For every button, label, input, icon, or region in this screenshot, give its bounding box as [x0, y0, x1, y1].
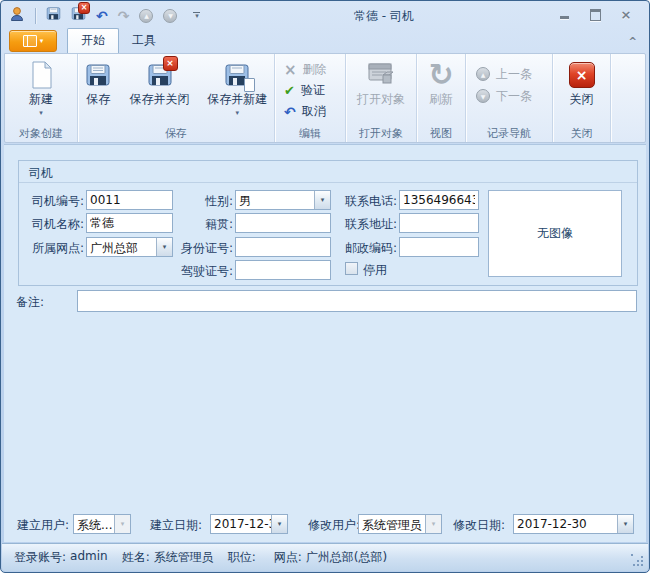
- refresh-button: ↻ 刷新: [428, 57, 453, 108]
- chevron-down-icon[interactable]: ▾: [617, 515, 633, 533]
- branch-status-label: 网点:: [274, 549, 302, 566]
- close-window-button[interactable]: ×: [619, 8, 633, 21]
- position-label: 职位:: [228, 549, 256, 566]
- login-account-value: admin: [70, 549, 108, 566]
- driver-name-input[interactable]: [86, 213, 173, 233]
- chevron-down-icon: ▾: [114, 515, 130, 533]
- created-by-combo[interactable]: 系统... ▾: [73, 514, 131, 534]
- postcode-input[interactable]: [399, 237, 479, 257]
- down-circle-icon: ▼: [476, 89, 490, 103]
- address-label: 联系地址:: [329, 216, 397, 233]
- new-page-icon: [30, 59, 53, 90]
- group-caption-save: 保存: [78, 126, 274, 142]
- undo-icon: ↶: [284, 104, 296, 120]
- chevron-down-icon: ▾: [39, 109, 43, 117]
- record-down-icon: ▼: [163, 9, 177, 23]
- driver-name-label: 司机名称:: [18, 216, 84, 233]
- postcode-label: 邮政编码:: [329, 240, 397, 257]
- group-caption-edit: 编辑: [275, 126, 345, 142]
- floppy-icon: [85, 59, 111, 90]
- record-up-icon: ▲: [139, 9, 153, 23]
- created-by-label: 建立用户:: [17, 517, 69, 534]
- save-icon[interactable]: [46, 6, 61, 25]
- up-circle-icon: ▲: [476, 67, 490, 81]
- close-form-button[interactable]: × 关闭: [569, 57, 595, 108]
- group-caption-object-create: 对象创建: [5, 126, 77, 142]
- restore-button[interactable]: [588, 8, 602, 21]
- tab-home[interactable]: 开始: [67, 28, 119, 53]
- created-date-picker[interactable]: 2017-12-30 ▾: [210, 514, 288, 534]
- driver-no-input[interactable]: [86, 190, 173, 210]
- delete-button: × 删除: [275, 59, 345, 80]
- modified-date-label: 修改日期:: [453, 517, 505, 534]
- ribbon-group-edit: × 删除 ✔ 验证 ↶ 取消 编辑: [275, 54, 346, 142]
- chevron-down-icon: ▾: [235, 109, 239, 117]
- chevron-down-icon[interactable]: ▾: [271, 515, 287, 533]
- remark-input[interactable]: [77, 290, 637, 312]
- user-name-value: 系统管理员: [154, 549, 214, 566]
- native-place-label: 籍贯:: [164, 216, 233, 233]
- id-card-input[interactable]: [235, 237, 331, 257]
- ribbon-group-close: × 关闭 关闭: [553, 54, 611, 142]
- ribbon-group-object-create: 新建 ▾ 对象创建: [5, 54, 78, 142]
- application-button[interactable]: ▾: [9, 30, 57, 52]
- save-and-new-button[interactable]: 保存并新建 ▾: [200, 57, 274, 117]
- groupbox-caption-divider: [19, 182, 637, 183]
- window-buttons: ×: [557, 8, 633, 21]
- native-place-input[interactable]: [235, 213, 331, 233]
- phone-label: 联系电话:: [329, 193, 397, 210]
- window-object-icon: [366, 59, 396, 90]
- resize-grip[interactable]: [631, 554, 643, 566]
- created-date-label: 建立日期:: [150, 517, 202, 534]
- save-button[interactable]: 保存: [78, 57, 119, 108]
- ribbon: 新建 ▾ 对象创建 保存 × 保存并关闭: [4, 53, 646, 143]
- new-button[interactable]: 新建 ▾: [29, 57, 53, 117]
- gender-combo[interactable]: 男 ▾: [235, 190, 331, 210]
- disabled-checkbox[interactable]: [345, 262, 358, 275]
- login-account-item: 登录账号: admin: [14, 549, 108, 566]
- qat-customize-icon[interactable]: ▾: [193, 12, 200, 19]
- undo-icon[interactable]: ↶: [96, 8, 108, 24]
- redo-icon: ↷: [118, 8, 130, 24]
- user-name-item: 姓名: 系统管理员: [122, 549, 214, 566]
- ribbon-collapse-icon[interactable]: ^: [629, 36, 637, 47]
- branch-label: 所属网点:: [18, 240, 84, 257]
- license-input[interactable]: [235, 260, 331, 280]
- save-and-close-button[interactable]: × 保存并关闭: [123, 57, 197, 108]
- ribbon-group-open-object: 打开对象 打开对象: [346, 54, 417, 142]
- disabled-checkbox-label: 停用: [363, 262, 387, 279]
- tab-tools[interactable]: 工具: [119, 29, 169, 53]
- minimize-button[interactable]: [557, 8, 571, 21]
- page-badge-icon: [244, 78, 255, 92]
- delete-x-icon: ×: [284, 61, 297, 79]
- branch-combo[interactable]: 广州总部 ▾: [86, 237, 173, 257]
- validate-button[interactable]: ✔ 验证: [275, 80, 345, 101]
- close-red-icon: ×: [569, 59, 595, 90]
- form-area: 司机 司机编号: 司机名称: 所属网点: 广州总部 ▾ 性别: 男 ▾ 籍贯: …: [4, 144, 646, 542]
- title-bar: × ↶ ↷ ▲ ▼ ▾ 常德 - 司机 ×: [1, 1, 649, 30]
- save-and-close-icon[interactable]: ×: [71, 6, 86, 25]
- position-item: 职位:: [228, 549, 260, 566]
- ribbon-filler: [611, 54, 645, 142]
- chevron-down-icon[interactable]: ▾: [314, 191, 330, 209]
- modified-date-picker[interactable]: 2017-12-30 ▾: [513, 514, 634, 534]
- chevron-down-icon: ▾: [425, 515, 441, 533]
- close-badge-icon: ×: [163, 56, 178, 71]
- modified-by-combo[interactable]: 系统管理员 ▾: [358, 514, 442, 534]
- chevron-down-icon: ▾: [40, 37, 44, 45]
- license-label: 驾驶证号:: [164, 263, 233, 280]
- ribbon-tab-row: ▾ 开始 工具 ^: [1, 30, 649, 53]
- driver-no-label: 司机编号:: [18, 193, 84, 210]
- check-icon: ✔: [284, 83, 295, 98]
- groupbox-title: 司机: [29, 165, 53, 182]
- group-caption-close: 关闭: [553, 126, 610, 142]
- id-card-label: 身份证号:: [164, 240, 233, 257]
- group-caption-open-object: 打开对象: [346, 126, 416, 142]
- close-badge-icon: ×: [78, 2, 90, 14]
- cancel-button[interactable]: ↶ 取消: [275, 101, 345, 122]
- phone-input[interactable]: [399, 190, 479, 210]
- address-input[interactable]: [399, 213, 479, 233]
- driver-photo-placeholder: 无图像: [488, 190, 622, 277]
- previous-record-button: ▲ 上一条: [466, 66, 532, 82]
- group-caption-record-nav: 记录导航: [466, 126, 552, 142]
